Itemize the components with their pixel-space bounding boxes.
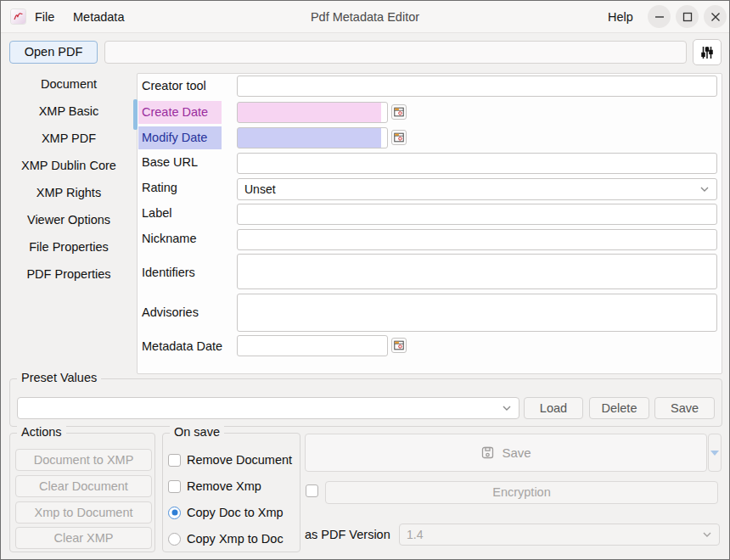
menu-help[interactable]: Help xyxy=(603,1,638,33)
save-button[interactable]: Save xyxy=(305,434,707,472)
pdf-version-select[interactable]: 1.4 xyxy=(399,524,720,546)
remove-document-label: Remove Document xyxy=(187,453,292,467)
base-url-input[interactable] xyxy=(237,153,717,174)
clear-document-button[interactable]: Clear Document xyxy=(15,475,152,497)
preset-save-button[interactable]: Save xyxy=(654,397,715,419)
create-date-picker-button[interactable] xyxy=(391,104,407,120)
preset-values-combo[interactable] xyxy=(17,397,519,419)
on-save-group: On save Remove Document Remove Xmp Copy … xyxy=(162,433,300,552)
minimize-button[interactable] xyxy=(648,5,671,28)
actions-group: Actions Document to XMP Clear Document X… xyxy=(9,433,155,552)
triangle-down-icon xyxy=(710,451,719,456)
creator-tool-input[interactable] xyxy=(237,76,717,97)
chevron-down-icon xyxy=(502,405,512,412)
create-date-label: Create Date xyxy=(138,101,222,124)
save-button-label: Save xyxy=(502,445,531,460)
copy-doc-to-xmp-radio[interactable] xyxy=(168,507,181,519)
sidebar-item-viewer-options[interactable]: Viewer Options xyxy=(1,206,137,233)
metadata-date-label: Metadata Date xyxy=(142,335,222,357)
sidebar-item-xmp-rights[interactable]: XMP Rights xyxy=(1,179,137,206)
create-date-input[interactable] xyxy=(237,102,388,123)
floppy-disk-icon xyxy=(480,445,495,460)
xmp-to-document-button[interactable]: Xmp to Document xyxy=(15,501,152,524)
remove-xmp-label: Remove Xmp xyxy=(187,479,261,493)
menu-metadata[interactable]: Metadata xyxy=(68,1,129,33)
encryption-button[interactable]: Encryption xyxy=(325,481,718,504)
remove-xmp-option[interactable]: Remove Xmp xyxy=(168,479,261,493)
copy-doc-to-xmp-label: Copy Doc to Xmp xyxy=(187,506,284,519)
calendar-icon xyxy=(394,340,404,350)
identifiers-label: Identifiers xyxy=(142,261,195,283)
sidebar-item-file-properties[interactable]: File Properties xyxy=(1,233,137,260)
preset-load-button[interactable]: Load xyxy=(524,397,583,419)
label-field-label: Label xyxy=(142,202,171,224)
base-url-label: Base URL xyxy=(142,151,198,173)
nickname-label: Nickname xyxy=(142,227,196,249)
modify-date-picker-button[interactable] xyxy=(391,130,407,145)
sidebar-item-xmp-pdf[interactable]: XMP PDF xyxy=(1,125,137,152)
xmp-basic-panel: Creator tool Create Date Modify Date Bas… xyxy=(137,73,722,374)
advisories-textarea[interactable] xyxy=(237,294,717,332)
file-path-input[interactable] xyxy=(104,41,687,64)
sidebar-selection-indicator xyxy=(133,99,138,130)
calendar-icon xyxy=(394,132,404,143)
pdf-version-label: as PDF Version xyxy=(305,526,390,544)
save-options-dropdown-button[interactable] xyxy=(708,434,722,472)
maximize-button[interactable] xyxy=(676,5,699,28)
rating-selected-value: Unset xyxy=(244,182,276,196)
actions-legend: Actions xyxy=(17,425,66,439)
copy-xmp-to-doc-radio[interactable] xyxy=(168,533,181,546)
preset-values-legend: Preset Values xyxy=(17,371,101,384)
sidebar-item-xmp-basic[interactable]: XMP Basic xyxy=(1,98,137,125)
metadata-date-input[interactable] xyxy=(237,335,388,356)
metadata-date-picker-button[interactable] xyxy=(391,338,407,353)
app-window: File Metadata Pdf Metadata Editor Help O… xyxy=(0,0,730,560)
remove-xmp-checkbox[interactable] xyxy=(168,480,181,493)
rating-select[interactable]: Unset xyxy=(237,178,717,200)
modify-date-label: Modify Date xyxy=(138,126,222,149)
rating-label: Rating xyxy=(142,176,177,199)
pdf-logo-icon xyxy=(11,9,25,24)
creator-tool-label: Creator tool xyxy=(142,75,206,97)
remove-document-checkbox[interactable] xyxy=(168,454,181,467)
copy-doc-to-xmp-option[interactable]: Copy Doc to Xmp xyxy=(168,506,284,519)
chevron-down-icon xyxy=(699,186,710,193)
advisories-label: Advisories xyxy=(142,301,199,323)
copy-xmp-to-doc-label: Copy Xmp to Doc xyxy=(187,532,284,546)
chevron-down-icon xyxy=(702,531,712,539)
close-button[interactable] xyxy=(704,5,727,28)
copy-xmp-to-doc-option[interactable]: Copy Xmp to Doc xyxy=(168,532,284,546)
calendar-icon xyxy=(394,107,404,117)
on-save-legend: On save xyxy=(170,425,224,439)
open-pdf-button[interactable]: Open PDF xyxy=(9,41,98,64)
preset-delete-button[interactable]: Delete xyxy=(589,397,649,419)
sliders-icon xyxy=(700,46,714,59)
menu-file[interactable]: File xyxy=(30,1,59,33)
modify-date-input[interactable] xyxy=(237,127,388,148)
remove-document-option[interactable]: Remove Document xyxy=(168,453,292,467)
encryption-checkbox[interactable] xyxy=(306,484,318,497)
preset-values-group: Preset Values Load Delete Save xyxy=(9,378,722,427)
pdf-version-value: 1.4 xyxy=(407,528,423,541)
label-input[interactable] xyxy=(237,204,717,225)
menu-bar: File Metadata Pdf Metadata Editor Help xyxy=(1,1,729,33)
nickname-input[interactable] xyxy=(237,229,717,250)
sidebar-item-document[interactable]: Document xyxy=(1,70,137,98)
settings-button[interactable] xyxy=(693,39,722,65)
document-to-xmp-button[interactable]: Document to XMP xyxy=(15,449,152,471)
clear-xmp-button[interactable]: Clear XMP xyxy=(15,527,152,549)
sidebar-item-pdf-properties[interactable]: PDF Properties xyxy=(1,260,137,288)
identifiers-textarea[interactable] xyxy=(237,254,717,289)
sidebar-item-xmp-dublin-core[interactable]: XMP Dublin Core xyxy=(1,152,137,179)
